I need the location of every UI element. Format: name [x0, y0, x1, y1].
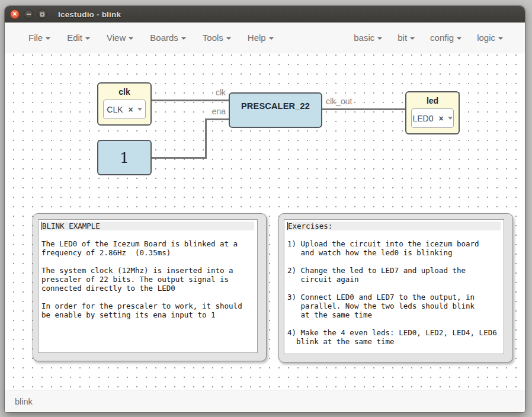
- menu-logic[interactable]: logic: [469, 29, 511, 46]
- led-pin-select[interactable]: LED0 ×: [411, 108, 454, 128]
- design-canvas[interactable]: clk ena clk_out clk CLK × 1 PRESCALER_22…: [5, 53, 525, 390]
- caret-down-icon: [377, 37, 382, 40]
- menu-config[interactable]: config: [422, 29, 469, 46]
- minimize-icon: [27, 14, 31, 15]
- menu-help[interactable]: Help: [239, 29, 282, 46]
- collections-menu: basic bit config logic: [346, 29, 511, 46]
- wire-clk-to-prescaler[interactable]: [152, 100, 229, 101]
- note-title: BLINK EXAMPLE: [42, 222, 100, 230]
- menu-file[interactable]: File: [20, 29, 59, 46]
- port-label-ena: ena: [200, 107, 226, 116]
- clk-pin-select[interactable]: CLK ×: [103, 100, 146, 119]
- clk-block-title: clk: [98, 84, 150, 99]
- clk-input-block[interactable]: clk CLK ×: [97, 82, 152, 126]
- project-name: blink: [15, 397, 33, 406]
- caret-down-icon: [448, 117, 453, 120]
- port-label-clk-out: clk_out: [326, 97, 352, 106]
- caret-down-icon: [269, 37, 274, 40]
- menu-edit[interactable]: Edit: [59, 29, 98, 46]
- caret-down-icon: [46, 37, 50, 40]
- statusbar: blink: [5, 390, 525, 412]
- maximize-icon: [40, 12, 44, 17]
- prescaler-label: PRESCALER_22: [230, 94, 321, 111]
- menu-boards[interactable]: Boards: [142, 29, 194, 46]
- wire-prescaler-to-led[interactable]: [322, 108, 405, 110]
- window-title: Icestudio - blink: [58, 10, 121, 19]
- constant-value: 1: [98, 141, 150, 174]
- note-title-line: BLINK EXAMPLE: [41, 222, 254, 230]
- exercises-note[interactable]: Exercises: 1) Upload the circuit into th…: [278, 213, 513, 363]
- caret-down-icon: [137, 108, 142, 111]
- caret-down-icon: [457, 37, 462, 40]
- exercises-text[interactable]: Exercises: 1) Upload the circuit into th…: [284, 219, 504, 354]
- remove-icon[interactable]: ×: [129, 105, 133, 114]
- caret-down-icon: [410, 37, 415, 40]
- led-pin-value: LED0: [412, 114, 433, 123]
- wire-const-to-ena-h1[interactable]: [152, 157, 207, 159]
- remove-icon[interactable]: ×: [438, 114, 443, 123]
- menu-bit[interactable]: bit: [390, 29, 422, 46]
- note-body: 1) Upload the circuit into the icezum bo…: [287, 230, 501, 346]
- constant-block[interactable]: 1: [97, 140, 152, 175]
- minimize-button[interactable]: [24, 9, 33, 19]
- note-body: The LED0 of the Icezum Board is blinked …: [41, 230, 254, 319]
- wire-const-to-ena-v[interactable]: [205, 118, 207, 159]
- caret-down-icon: [85, 37, 90, 40]
- menu-basic[interactable]: basic: [346, 29, 390, 46]
- caret-down-icon: [129, 37, 133, 40]
- caret-down-icon: [226, 37, 231, 40]
- port-label-clk: clk: [200, 88, 226, 97]
- clk-pin-value: CLK: [107, 105, 123, 114]
- led-output-block[interactable]: led LED0 ×: [405, 91, 460, 134]
- caret-down-icon: [498, 37, 503, 40]
- menu-tools[interactable]: Tools: [194, 29, 239, 46]
- prescaler-block[interactable]: PRESCALER_22: [229, 92, 322, 128]
- wire-const-to-ena-h2[interactable]: [205, 118, 229, 120]
- close-button[interactable]: ✕: [10, 9, 20, 19]
- menu-view[interactable]: View: [98, 29, 142, 46]
- blink-example-text[interactable]: BLINK EXAMPLE The LED0 of the Icezum Boa…: [38, 219, 258, 353]
- close-icon: ✕: [12, 11, 17, 17]
- app-window: ✕ Icestudio - blink File Edit View Board…: [5, 6, 525, 412]
- note-title: Exercises:: [288, 222, 332, 230]
- led-block-title: led: [406, 92, 459, 108]
- titlebar: ✕ Icestudio - blink: [5, 6, 525, 23]
- note-title-line: Exercises:: [287, 222, 501, 230]
- caret-down-icon: [181, 37, 186, 40]
- blink-example-note[interactable]: BLINK EXAMPLE The LED0 of the Icezum Boa…: [33, 213, 267, 361]
- menubar: File Edit View Boards Tools Help basic b…: [5, 23, 525, 53]
- maximize-button[interactable]: [37, 9, 47, 19]
